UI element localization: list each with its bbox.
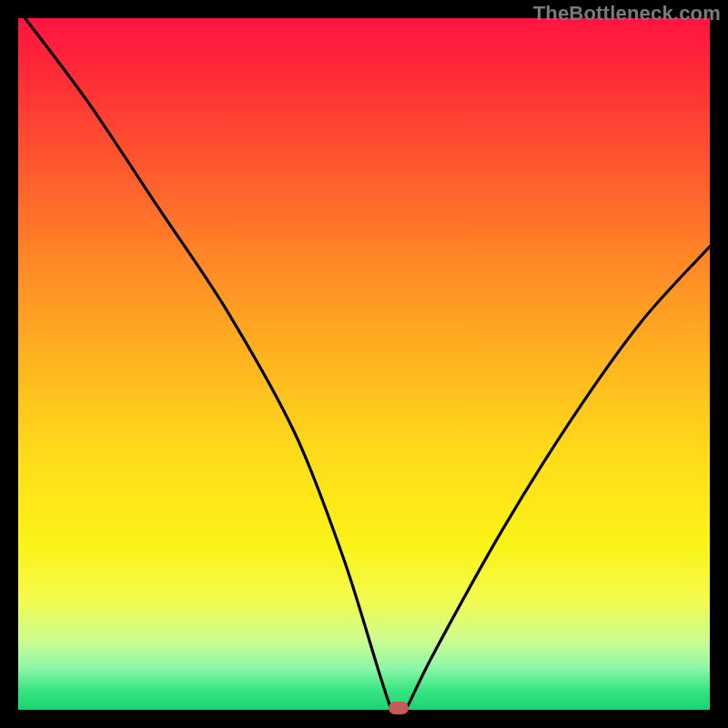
optimal-point-marker xyxy=(389,702,409,714)
curve-path xyxy=(25,18,710,710)
chart-frame: TheBottleneck.com xyxy=(0,0,728,728)
watermark-text: TheBottleneck.com xyxy=(533,2,721,25)
bottleneck-curve xyxy=(18,18,710,710)
